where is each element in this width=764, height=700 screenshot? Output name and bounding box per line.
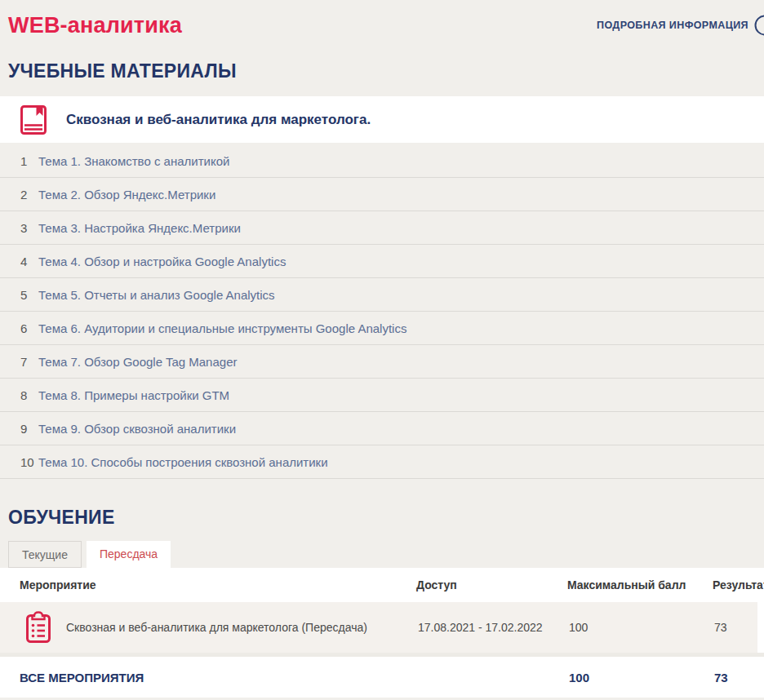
- topic-link-3[interactable]: Тема 3. Настройка Яндекс.Метрики: [38, 221, 241, 235]
- footer-max-score: 100: [567, 671, 713, 684]
- table-header-row: Мероприятие Доступ Максимальный балл Рез…: [0, 568, 764, 602]
- topic-number: 6: [0, 321, 38, 335]
- topic-link-4[interactable]: Тема 4. Обзор и настройка Google Analyti…: [38, 255, 286, 268]
- topic-number: 2: [0, 188, 38, 202]
- topic-link-9[interactable]: Тема 9. Обзор сквозной аналитики: [38, 422, 236, 436]
- topic-link-2[interactable]: Тема 2. Обзор Яндекс.Метрики: [38, 188, 215, 202]
- topic-link-10[interactable]: Тема 10. Способы построения сквозной ана…: [38, 455, 328, 469]
- table-footer-row: ВСЕ МЕРОПРИЯТИЯ 100 73: [0, 657, 764, 698]
- tab-retake[interactable]: Пересдача: [87, 541, 171, 568]
- event-cell: Сквозная и веб-аналитика для маркетолога…: [20, 610, 416, 645]
- training-tabs: Текущие Пересдача: [8, 541, 764, 568]
- detailed-info-link[interactable]: ПОДРОБНАЯ ИНФОРМАЦИЯ: [597, 15, 764, 36]
- topic-link-7[interactable]: Тема 7. Обзор Google Tag Manager: [38, 355, 237, 369]
- col-header-event: Мероприятие: [20, 578, 416, 591]
- col-header-result: Результат: [713, 578, 764, 591]
- topic-link-6[interactable]: Тема 6. Аудитории и специальные инструме…: [38, 321, 406, 335]
- topic-link-1[interactable]: Тема 1. Знакомство с аналитикой: [38, 154, 229, 168]
- topic-number: 5: [0, 288, 38, 302]
- topic-number: 3: [0, 221, 38, 235]
- training-table-panel: Мероприятие Доступ Максимальный балл Рез…: [0, 568, 764, 698]
- col-header-access: Доступ: [416, 578, 567, 591]
- tab-current[interactable]: Текущие: [8, 541, 82, 568]
- book-icon: [18, 104, 49, 136]
- topic-link-5[interactable]: Тема 5. Отчеты и анализ Google Analytics: [38, 288, 275, 302]
- detailed-info-label: ПОДРОБНАЯ ИНФОРМАЦИЯ: [597, 20, 748, 31]
- course-card[interactable]: Сквозная и веб-аналитика для маркетолога…: [0, 96, 764, 143]
- topic-number: 10: [0, 455, 38, 469]
- topic-number: 9: [0, 422, 38, 436]
- topic-row: 3 Тема 3. Настройка Яндекс.Метрики: [0, 211, 764, 245]
- training-section-title: ОБУЧЕНИЕ: [8, 507, 764, 529]
- footer-result: 73: [713, 671, 764, 684]
- footer-label: ВСЕ МЕРОПРИЯТИЯ: [20, 671, 416, 684]
- topic-row: 6 Тема 6. Аудитории и специальные инстру…: [0, 312, 764, 345]
- topic-number: 8: [0, 388, 38, 402]
- topic-row: 2 Тема 2. Обзор Яндекс.Метрики: [0, 178, 764, 211]
- circle-chevron-icon[interactable]: [754, 15, 764, 36]
- topics-list: 1 Тема 1. Знакомство с аналитикой 2 Тема…: [0, 144, 764, 479]
- topic-link-8[interactable]: Тема 8. Примеры настройки GTM: [38, 388, 229, 402]
- page-title: WEB-аналитика: [8, 13, 182, 38]
- materials-section-title: УЧЕБНЫЕ МАТЕРИАЛЫ: [8, 60, 764, 82]
- topic-row: 10 Тема 10. Способы построения сквозной …: [0, 445, 764, 479]
- topic-row: 5 Тема 5. Отчеты и анализ Google Analyti…: [0, 278, 764, 312]
- topic-row: 4 Тема 4. Обзор и настройка Google Analy…: [0, 245, 764, 278]
- event-access-dates: 17.08.2021 - 17.02.2022: [416, 621, 567, 634]
- event-result: 73: [713, 621, 757, 634]
- topic-row: 7 Тема 7. Обзор Google Tag Manager: [0, 345, 764, 379]
- event-name[interactable]: Сквозная и веб-аналитика для маркетолога…: [66, 621, 367, 634]
- topic-number: 1: [0, 154, 38, 168]
- topic-row: 9 Тема 9. Обзор сквозной аналитики: [0, 412, 764, 445]
- course-title[interactable]: Сквозная и веб-аналитика для маркетолога…: [66, 112, 371, 128]
- topic-number: 7: [0, 355, 38, 369]
- topic-row: 8 Тема 8. Примеры настройки GTM: [0, 379, 764, 412]
- table-row[interactable]: Сквозная и веб-аналитика для маркетолога…: [0, 602, 757, 653]
- event-max-score: 100: [567, 621, 713, 634]
- topic-number: 4: [0, 255, 38, 268]
- clipboard-icon: [24, 610, 52, 645]
- col-header-max-score: Максимальный балл: [567, 578, 713, 591]
- page-header: WEB-аналитика ПОДРОБНАЯ ИНФОРМАЦИЯ: [0, 0, 764, 41]
- topic-row: 1 Тема 1. Знакомство с аналитикой: [0, 144, 764, 178]
